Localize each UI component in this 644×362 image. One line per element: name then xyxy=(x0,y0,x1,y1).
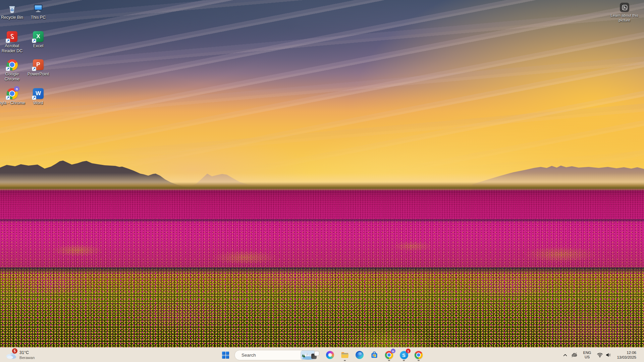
profile-badge: n xyxy=(391,349,395,353)
word-icon: W xyxy=(33,88,44,99)
desktop-icon-acrobat[interactable]: Acrobat Reader DC xyxy=(0,31,26,54)
desktop-icon-label: Word xyxy=(33,101,43,106)
skype-button[interactable]: S 1 xyxy=(396,348,411,362)
chrome-icon xyxy=(415,351,423,359)
learn-about-picture-label: Learn about this picture xyxy=(610,13,639,22)
chevron-up-icon xyxy=(563,353,568,357)
onedrive-paused-icon xyxy=(571,352,578,358)
wallpaper-field-far xyxy=(0,188,644,219)
shortcut-arrow-icon xyxy=(32,39,36,43)
wallpaper-image xyxy=(0,0,644,362)
taskbar: 5 31°C Berawan xyxy=(0,347,644,362)
desktop-icon-recycle-bin[interactable]: ♻ Recycle Bin xyxy=(0,2,26,20)
edge-icon xyxy=(356,351,364,359)
system-tray: ENG US 12:06 xyxy=(561,348,644,362)
svg-text:♻: ♻ xyxy=(10,8,14,12)
desktop-icon-label: This PC xyxy=(31,15,46,20)
start-button[interactable] xyxy=(218,348,233,362)
notification-badge: 5 xyxy=(12,348,17,354)
desktop-icon-label: nyla - Chrome xyxy=(0,101,25,106)
copilot-icon xyxy=(326,351,334,359)
wallpaper-field-mid xyxy=(0,217,644,267)
notification-badge: 1 xyxy=(406,349,411,353)
desktop-icon-label: Recycle Bin xyxy=(1,15,23,20)
desktop-icon-powerpoint[interactable]: P PowerPoint xyxy=(24,59,52,77)
search-input[interactable] xyxy=(241,353,301,358)
windows-desktop: ♻ Recycle Bin Acrobat Reader DC Google C… xyxy=(0,0,644,362)
running-indicator xyxy=(344,360,346,361)
clock-calendar-button[interactable]: 12:06 13/03/2025 xyxy=(613,349,640,361)
weather-temperature: 31°C xyxy=(19,350,35,355)
running-indicator xyxy=(403,360,405,361)
desktop-icon-label: Acrobat Reader DC xyxy=(0,44,26,54)
chrome-button[interactable] xyxy=(411,348,426,362)
shortcut-arrow-icon xyxy=(32,96,36,100)
task-view-button[interactable] xyxy=(308,348,323,362)
language-indicator: ENG US xyxy=(581,351,594,359)
task-view-icon xyxy=(311,351,319,359)
picture-info-icon xyxy=(620,3,629,12)
taskbar-search[interactable] xyxy=(234,350,306,360)
acrobat-reader-icon xyxy=(6,31,18,42)
desktop-icon-label: Excel xyxy=(33,44,44,49)
wallpaper-mountains xyxy=(0,0,644,193)
wifi-icon xyxy=(597,352,603,358)
tray-time: 12:06 xyxy=(627,350,636,355)
desktop-icon-label: Google Chrome xyxy=(0,72,26,82)
shortcut-arrow-icon xyxy=(6,96,10,100)
desktop-icon-excel[interactable]: X Excel xyxy=(24,31,52,49)
running-indicator xyxy=(388,360,390,361)
this-pc-icon xyxy=(33,2,44,14)
shortcut-arrow-icon xyxy=(32,67,36,71)
shortcut-arrow-icon xyxy=(6,67,10,71)
chrome-nyla-button[interactable]: n xyxy=(382,348,396,362)
onedrive-status-button[interactable] xyxy=(569,349,579,361)
tray-date: 13/03/2025 xyxy=(617,355,636,360)
weather-widget[interactable]: 5 31°C Berawan xyxy=(2,348,38,362)
edge-button[interactable] xyxy=(352,348,367,362)
language-switcher[interactable]: ENG US xyxy=(579,349,595,361)
taskbar-center-group: n S 1 xyxy=(218,348,426,362)
excel-icon: X xyxy=(33,31,44,42)
file-explorer-button[interactable] xyxy=(337,348,352,362)
microsoft-store-button[interactable] xyxy=(367,348,382,362)
chrome-icon xyxy=(6,59,18,70)
volume-icon xyxy=(605,352,611,358)
desktop-icon-label: PowerPoint xyxy=(28,72,49,77)
network-volume-button[interactable] xyxy=(595,349,613,361)
windows-logo-icon xyxy=(222,351,229,359)
weather-condition: Berawan xyxy=(19,355,35,360)
shortcut-arrow-icon xyxy=(6,39,10,43)
weather-text: 31°C Berawan xyxy=(19,350,35,360)
desktop-icon-google-chrome[interactable]: Google Chrome xyxy=(0,59,26,82)
profile-badge: n xyxy=(14,86,19,92)
chrome-profile-icon: n xyxy=(6,88,18,99)
learn-about-picture-button[interactable]: Learn about this picture xyxy=(607,3,642,22)
desktop-icon-this-pc[interactable]: This PC xyxy=(24,2,52,20)
microsoft-store-icon xyxy=(370,351,378,359)
copilot-button[interactable] xyxy=(323,348,337,362)
desktop-icon-word[interactable]: W Word xyxy=(24,88,52,106)
recycle-bin-icon: ♻ xyxy=(6,2,18,14)
weather-cloud-icon: 5 xyxy=(5,351,17,359)
powerpoint-icon: P xyxy=(33,59,44,70)
hidden-icons-button[interactable] xyxy=(561,349,569,361)
desktop-icon-nyla-chrome[interactable]: n nyla - Chrome xyxy=(0,88,26,106)
file-explorer-icon xyxy=(340,351,349,359)
clock: 12:06 13/03/2025 xyxy=(615,350,638,360)
running-indicator xyxy=(418,360,420,361)
